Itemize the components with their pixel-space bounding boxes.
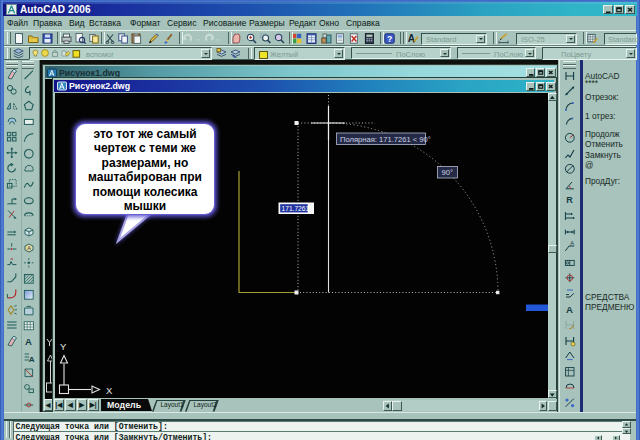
svg-text:A: A <box>566 304 573 315</box>
svg-text:A: A <box>27 245 31 251</box>
svg-text:171.7261: 171.7261 <box>281 204 309 211</box>
svg-text:A: A <box>570 241 574 246</box>
svg-text:Y: Y <box>60 341 67 352</box>
svg-text:?: ? <box>387 34 392 44</box>
svg-text:X: X <box>106 385 113 396</box>
svg-text:Полярная: 171.7261 < 90°: Полярная: 171.7261 < 90° <box>340 134 431 143</box>
svg-text:A: A <box>28 354 34 363</box>
svg-text:A: A <box>25 336 32 347</box>
svg-text:90°: 90° <box>441 168 452 177</box>
svg-text:R: R <box>566 195 573 205</box>
